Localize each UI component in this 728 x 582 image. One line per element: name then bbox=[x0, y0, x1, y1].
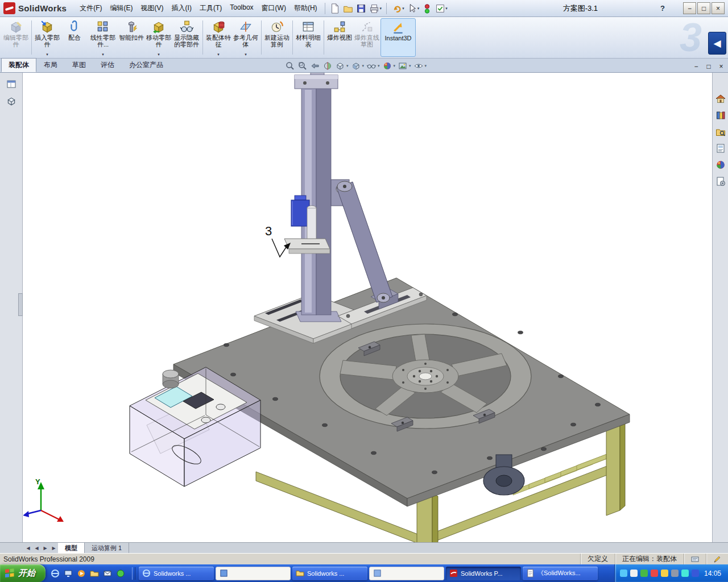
undo-icon[interactable] bbox=[390, 2, 403, 15]
view-palette-icon[interactable] bbox=[715, 143, 726, 154]
tab-assembly[interactable]: 装配体 bbox=[1, 58, 36, 72]
menu-window[interactable]: 窗口(W) bbox=[258, 1, 290, 16]
doc-minimize-button[interactable]: − bbox=[692, 62, 701, 70]
home-icon[interactable] bbox=[715, 93, 726, 105]
menu-tools[interactable]: 工具(T) bbox=[196, 1, 226, 16]
tray-icon[interactable] bbox=[692, 569, 699, 577]
quick-tips-icon[interactable] bbox=[684, 554, 706, 564]
undo-dropdown-icon[interactable]: ▾ bbox=[402, 6, 404, 11]
dropdown-icon[interactable]: ▾ bbox=[346, 64, 349, 68]
tab-evaluate[interactable]: 评估 bbox=[93, 58, 122, 72]
doc-close-button[interactable]: × bbox=[717, 62, 726, 70]
tray-icon[interactable] bbox=[651, 569, 658, 577]
cmd-insert-component[interactable]: 插入零部件 ▾ bbox=[34, 18, 61, 57]
task-pane-arrow-button[interactable]: ◀ bbox=[708, 32, 726, 55]
zoom-fit-icon[interactable] bbox=[284, 61, 296, 71]
apply-scene-icon[interactable] bbox=[397, 61, 408, 71]
dropdown-icon[interactable]: ▾ bbox=[409, 64, 411, 68]
dropdown-icon[interactable]: ▾ bbox=[217, 52, 220, 56]
menu-help[interactable]: 帮助(H) bbox=[290, 1, 321, 16]
cmd-instant3d[interactable]: Instant3D bbox=[380, 18, 416, 57]
save-icon[interactable] bbox=[355, 2, 368, 15]
menu-file[interactable]: 文件(F) bbox=[76, 1, 106, 16]
tray-icon[interactable] bbox=[661, 569, 668, 577]
cmd-reference-geometry[interactable]: 参考几何体 ▾ bbox=[232, 18, 259, 57]
new-document-icon[interactable] bbox=[329, 2, 342, 15]
last-sheet-icon[interactable]: ▶ bbox=[49, 543, 58, 553]
dropdown-icon[interactable]: ▾ bbox=[394, 64, 396, 68]
cmd-assembly-features[interactable]: 装配体特征 ▾ bbox=[205, 18, 232, 57]
quicklaunch-explorer-icon[interactable] bbox=[89, 568, 100, 579]
doc-restore-button[interactable]: □ bbox=[704, 62, 713, 70]
cmd-explode-line-sketch[interactable]: 爆炸直线草图 bbox=[353, 18, 380, 57]
cmd-edit-component[interactable]: 编辑零部件 bbox=[2, 18, 30, 57]
maximize-button[interactable]: □ bbox=[697, 2, 710, 14]
dropdown-icon[interactable]: ▾ bbox=[46, 52, 48, 56]
dropdown-icon[interactable]: ▾ bbox=[102, 52, 104, 56]
cmd-show-hidden-components[interactable]: 显示隐藏的零部件 bbox=[172, 18, 201, 57]
view-settings-icon[interactable] bbox=[413, 61, 424, 71]
file-explorer-icon[interactable] bbox=[715, 126, 726, 138]
print-dropdown-icon[interactable]: ▾ bbox=[380, 6, 382, 11]
options-icon[interactable] bbox=[433, 2, 446, 15]
taskbar-button-solidworks[interactable]: SolidWorks P... bbox=[446, 567, 521, 580]
design-library-icon[interactable] bbox=[715, 110, 726, 121]
display-pane-icon[interactable] bbox=[6, 95, 17, 107]
first-sheet-icon[interactable]: ◀ bbox=[24, 543, 32, 553]
dropdown-icon[interactable]: ▾ bbox=[425, 64, 427, 68]
cmd-new-motion-study[interactable]: 新建运动算例 bbox=[263, 18, 291, 57]
tray-icon[interactable] bbox=[640, 569, 648, 577]
menu-insert[interactable]: 插入(I) bbox=[168, 1, 196, 16]
tab-layout[interactable]: 布局 bbox=[36, 58, 65, 72]
model-canvas[interactable]: 3 Y Z bbox=[23, 73, 712, 542]
dropdown-icon[interactable]: ▾ bbox=[378, 64, 380, 68]
taskbar-button-4[interactable] bbox=[369, 567, 444, 580]
select-icon[interactable] bbox=[406, 2, 419, 15]
zoom-area-icon[interactable] bbox=[297, 61, 308, 71]
menu-toolbox[interactable]: Toolbox bbox=[226, 1, 257, 16]
edit-appearance-icon[interactable] bbox=[382, 61, 393, 71]
close-button[interactable]: × bbox=[712, 2, 725, 14]
open-icon[interactable] bbox=[342, 2, 355, 15]
section-view-icon[interactable] bbox=[322, 61, 333, 71]
cmd-exploded-view[interactable]: 爆炸视图 bbox=[326, 18, 353, 57]
panel-splitter-handle[interactable] bbox=[18, 293, 23, 316]
print-icon[interactable] bbox=[368, 2, 381, 15]
cmd-mate[interactable]: 配合 bbox=[61, 18, 88, 57]
quicklaunch-ie-icon[interactable] bbox=[50, 568, 60, 579]
menu-view[interactable]: 视图(V) bbox=[137, 1, 168, 16]
tab-sketch[interactable]: 草图 bbox=[65, 58, 93, 72]
dropdown-icon[interactable]: ▾ bbox=[158, 52, 160, 56]
taskbar-button-notepad[interactable]: 《SolidWorks... bbox=[523, 567, 598, 580]
select-dropdown-icon[interactable]: ▾ bbox=[417, 6, 420, 11]
appearances-icon[interactable] bbox=[715, 159, 726, 171]
menu-edit[interactable]: 编辑(E) bbox=[106, 1, 137, 16]
tab-model[interactable]: 模型 bbox=[58, 543, 85, 553]
custom-properties-icon[interactable] bbox=[715, 176, 726, 187]
cmd-move-component[interactable]: 移动零部件 ▾ bbox=[145, 18, 172, 57]
next-sheet-icon[interactable]: ▶ bbox=[41, 543, 49, 553]
tab-motion-study-1[interactable]: 运动算例 1 bbox=[85, 543, 129, 553]
taskbar-clock[interactable]: 14:05 bbox=[704, 569, 721, 577]
previous-view-icon[interactable] bbox=[309, 61, 321, 71]
featuremanager-tree-icon[interactable] bbox=[6, 78, 17, 90]
tray-icon[interactable] bbox=[630, 569, 638, 577]
minimize-button[interactable]: − bbox=[683, 2, 696, 14]
quicklaunch-show-desktop-icon[interactable] bbox=[63, 568, 73, 579]
taskbar-button-ie[interactable]: Solidworks ... bbox=[139, 567, 214, 580]
rebuild-icon[interactable] bbox=[420, 2, 433, 15]
options-dropdown-icon[interactable]: ▾ bbox=[445, 6, 448, 11]
display-style-icon[interactable] bbox=[350, 61, 362, 71]
tray-icon[interactable] bbox=[681, 569, 689, 577]
graphics-viewport[interactable]: 3 Y Z bbox=[23, 73, 712, 542]
hide-show-items-icon[interactable] bbox=[366, 61, 377, 71]
cmd-smart-fasteners[interactable]: 智能扣件 bbox=[118, 18, 145, 57]
quicklaunch-msn-icon[interactable] bbox=[115, 568, 126, 579]
dropdown-icon[interactable]: ▾ bbox=[362, 64, 365, 68]
quicklaunch-media-player-icon[interactable] bbox=[76, 568, 86, 579]
taskbar-button-2[interactable] bbox=[216, 567, 291, 580]
turntable-wheel[interactable] bbox=[320, 324, 531, 429]
tray-icon[interactable] bbox=[671, 569, 679, 577]
dropdown-icon[interactable]: ▾ bbox=[245, 52, 247, 56]
help-icon[interactable]: ? bbox=[660, 4, 665, 13]
